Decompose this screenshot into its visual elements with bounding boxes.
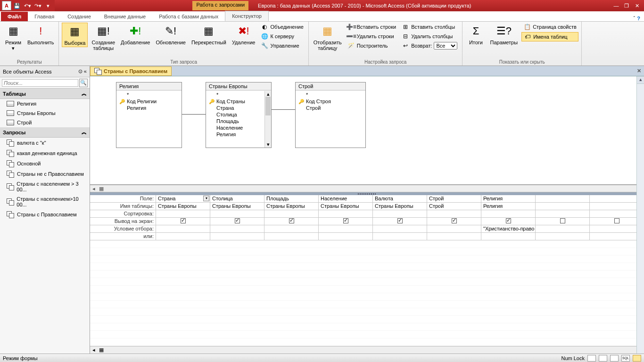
table-box-religion[interactable]: Религия *🔑Код РелигииРелигия xyxy=(116,82,182,148)
field-cell[interactable]: Религия xyxy=(481,195,536,203)
field-row[interactable]: 🔑Код Строя xyxy=(298,98,363,105)
table-box-countries[interactable]: Страны Европы *🔑Код СтраныСтранаСтолицаП… xyxy=(206,82,272,148)
grid-cell[interactable] xyxy=(481,210,536,218)
grid-cell[interactable] xyxy=(590,233,644,240)
scrollbar[interactable]: ▴▾ xyxy=(264,91,271,148)
grid-cell[interactable]: Строй xyxy=(427,203,481,210)
checkbox-icon[interactable] xyxy=(560,218,565,223)
nav-query-item[interactable]: Основной xyxy=(0,158,90,169)
document-close-icon[interactable]: ✕ xyxy=(634,68,644,74)
field-cell[interactable]: Площадь xyxy=(264,195,319,203)
return-select[interactable]: Все xyxy=(434,42,457,49)
tab-external[interactable]: Внешние данные xyxy=(98,12,152,21)
grid-cell[interactable] xyxy=(481,233,536,240)
grid-cell[interactable] xyxy=(427,233,481,240)
grid-cell[interactable] xyxy=(536,233,590,240)
select-query-button[interactable]: ▦Выборка xyxy=(62,23,88,47)
grid-cell[interactable] xyxy=(264,210,319,218)
nav-query-item[interactable]: Страны с населением>10 00... xyxy=(0,194,90,209)
relation-line[interactable] xyxy=(182,114,206,115)
tab-home[interactable]: Главная xyxy=(28,12,61,21)
showtable-button[interactable]: ▦Отобразить таблицу xyxy=(312,23,344,52)
field-row[interactable]: 🔑Код Религии xyxy=(119,98,179,105)
show-cell[interactable] xyxy=(373,218,427,225)
nav-query-item[interactable]: Страны с Православием xyxy=(0,209,90,220)
insertcols-button[interactable]: ⊞Вставить столбцы xyxy=(400,23,459,31)
nav-header[interactable]: Все объекты Access⊙ « xyxy=(0,66,90,77)
field-row[interactable]: Страна xyxy=(209,105,268,111)
nav-table-item[interactable]: Страны Европы xyxy=(0,108,90,118)
grid-cell[interactable] xyxy=(210,233,264,240)
propsheet-button[interactable]: 📋Страница свойств xyxy=(521,23,578,31)
checkbox-icon[interactable] xyxy=(397,218,403,223)
field-row[interactable]: Строй xyxy=(298,105,363,111)
grid-cell[interactable] xyxy=(590,203,644,210)
canvas-hscroll[interactable]: ◂▦▸ xyxy=(90,185,644,192)
union-button[interactable]: ◐Объединение xyxy=(259,23,305,31)
grid-cell[interactable]: Религия xyxy=(481,203,536,210)
show-cell[interactable] xyxy=(481,218,536,225)
help-icon[interactable]: ? xyxy=(637,16,640,21)
checkbox-icon[interactable] xyxy=(614,218,619,223)
params-button[interactable]: ☰?Параметры xyxy=(488,23,520,46)
field-row[interactable]: 🔑Код Страны xyxy=(209,98,268,105)
show-cell[interactable] xyxy=(590,218,644,225)
grid-cell[interactable] xyxy=(373,225,427,233)
show-cell[interactable] xyxy=(319,218,373,225)
grid-cell[interactable] xyxy=(156,233,210,240)
search-icon[interactable]: 🔍 xyxy=(79,79,88,87)
grid-cell[interactable]: Страны Европы xyxy=(156,203,210,210)
table-box-system[interactable]: Строй *🔑Код СтрояСтрой xyxy=(295,82,366,148)
grid-cell[interactable] xyxy=(373,210,427,218)
undo-icon[interactable]: ↶▾ xyxy=(23,1,32,10)
field-cell[interactable]: Столица xyxy=(210,195,264,203)
close-icon[interactable]: ✕ xyxy=(633,3,641,9)
field-cell[interactable] xyxy=(536,195,590,203)
nav-search-input[interactable] xyxy=(2,79,78,87)
show-cell[interactable] xyxy=(264,218,319,225)
save-icon[interactable]: 💾 xyxy=(12,1,22,10)
field-row[interactable]: * xyxy=(209,91,268,98)
checkbox-icon[interactable] xyxy=(452,218,457,223)
checkbox-icon[interactable] xyxy=(181,218,186,223)
grid-cell[interactable] xyxy=(319,225,373,233)
grid-cell[interactable] xyxy=(590,210,644,218)
grid-cell[interactable] xyxy=(590,225,644,233)
tab-create[interactable]: Создание xyxy=(61,12,98,21)
checkbox-icon[interactable] xyxy=(289,218,294,223)
datadef-button[interactable]: 🔧Управление xyxy=(259,41,305,50)
view-datasheet-icon[interactable] xyxy=(587,355,596,362)
grid-cell[interactable] xyxy=(427,210,481,218)
delete-button[interactable]: ✖!Удаление xyxy=(230,23,257,46)
minimize-icon[interactable]: — xyxy=(612,3,620,9)
grid-cell[interactable] xyxy=(319,233,373,240)
qat-customize-icon[interactable]: ▾ xyxy=(43,1,53,10)
grid-cell[interactable]: Страны Европы xyxy=(319,203,373,210)
grid-cell[interactable] xyxy=(536,210,590,218)
view-button[interactable]: ▦Режим▾ xyxy=(3,23,24,52)
maketable-button[interactable]: ▦!Создание таблицы xyxy=(90,23,117,52)
grid-cell[interactable]: "Христианство-право xyxy=(481,225,536,233)
field-cell[interactable]: Население xyxy=(319,195,373,203)
grid-cell[interactable] xyxy=(210,225,264,233)
grid-cell[interactable] xyxy=(373,233,427,240)
grid-cell[interactable] xyxy=(536,203,590,210)
grid-cell[interactable] xyxy=(536,225,590,233)
nav-query-item[interactable]: Страны не с Православием xyxy=(0,169,90,179)
grid-cell[interactable] xyxy=(156,225,210,233)
grid-cell[interactable] xyxy=(156,210,210,218)
nav-table-item[interactable]: Строй xyxy=(0,118,90,127)
deletecols-button[interactable]: ⊟Удалить столбцы xyxy=(400,32,459,41)
grid-cell[interactable]: Страны Европы xyxy=(264,203,319,210)
append-button[interactable]: ✚!Добавление xyxy=(119,23,152,46)
nav-query-item[interactable]: Страны с населением > 3 00... xyxy=(0,179,90,194)
grid-cell[interactable] xyxy=(319,210,373,218)
tab-file[interactable]: Файл xyxy=(1,12,28,21)
nav-query-item[interactable]: валюта с "к" xyxy=(0,138,90,148)
show-cell[interactable] xyxy=(536,218,590,225)
show-cell[interactable] xyxy=(427,218,481,225)
grid-cell[interactable] xyxy=(427,225,481,233)
dropdown-icon[interactable]: ▾ xyxy=(203,196,209,201)
tab-dbtools[interactable]: Работа с базами данных xyxy=(152,12,225,21)
grid-cell[interactable]: Страны Европы xyxy=(373,203,427,210)
